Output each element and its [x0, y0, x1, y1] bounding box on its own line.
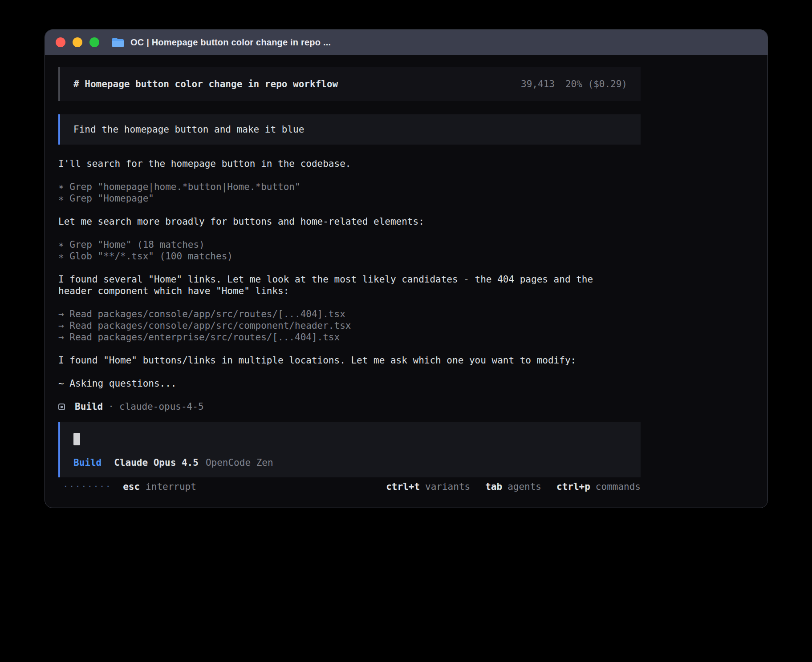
token-count: 39,413 — [521, 78, 555, 90]
tool-call-text: Glob "**/*.tsx" (100 matches) — [69, 251, 233, 262]
terminal-content: # Homepage button color change in repo w… — [45, 55, 767, 492]
tool-call-grep: ∗Grep "Homepage" — [58, 193, 641, 204]
agents-label: agents — [508, 481, 541, 492]
provider-name: OpenCode Zen — [206, 457, 273, 468]
build-agent-icon — [58, 404, 65, 410]
tool-call-glob: ∗Glob "**/*.tsx" (100 matches) — [58, 250, 641, 262]
grep-bullet-icon: ∗ — [58, 239, 69, 250]
shortcut-hints: ctrl+t variants tab agents ctrl+p comman… — [386, 481, 641, 492]
session-title: # Homepage button color change in repo w… — [73, 78, 338, 90]
tool-call-group: ∗Grep "Home" (18 matches) ∗Glob "**/*.ts… — [58, 239, 641, 262]
tool-call-text: Read packages/enterprise/src/routes/[...… — [69, 332, 340, 343]
window-controls — [56, 37, 99, 47]
tool-call-text: Grep "Home" (18 matches) — [69, 239, 204, 250]
interrupt-shortcut[interactable]: esc interrupt — [123, 481, 196, 492]
assistant-response: I'll search for the homepage button in t… — [58, 158, 641, 412]
ctrl-t-key-label: ctrl+t — [386, 481, 420, 492]
variants-label: variants — [425, 481, 470, 492]
esc-key-label: esc — [123, 481, 140, 492]
context-usage: 20% ($0.29) — [565, 78, 627, 90]
glob-bullet-icon: ∗ — [58, 250, 69, 262]
tool-call-group: →Read packages/console/app/src/routes/[.… — [58, 308, 641, 343]
asking-questions-status: ~ Asking questions... — [58, 378, 641, 389]
close-window-button[interactable] — [56, 37, 65, 47]
tool-call-text: Read packages/console/app/src/component/… — [69, 320, 351, 331]
assistant-paragraph: I found several "Home" links. Let me loo… — [58, 274, 606, 297]
tool-call-read: →Read packages/console/app/src/routes/[.… — [58, 308, 641, 320]
agent-name: Build — [75, 401, 103, 412]
interrupt-label: interrupt — [146, 481, 196, 492]
agent-mode-label[interactable]: Build — [73, 457, 102, 468]
window-titlebar[interactable]: OC | Homepage button color change in rep… — [45, 30, 767, 55]
tool-call-text: Read packages/console/app/src/routes/[..… — [69, 309, 345, 319]
folder-icon — [112, 37, 124, 48]
tool-call-read: →Read packages/console/app/src/component… — [58, 320, 641, 331]
user-message: Find the homepage button and make it blu… — [58, 114, 641, 145]
model-info-line: Build Claude Opus 4.5 OpenCode Zen — [73, 457, 627, 468]
tool-call-text: Grep "Homepage" — [69, 193, 154, 204]
grep-bullet-icon: ∗ — [58, 193, 69, 204]
tab-key-label: tab — [485, 481, 502, 492]
tool-call-read: →Read packages/enterprise/src/routes/[..… — [58, 331, 641, 343]
window-title: OC | Homepage button color change in rep… — [130, 37, 331, 48]
terminal-window: OC | Homepage button color change in rep… — [45, 29, 768, 508]
assistant-paragraph: I found "Home" buttons/links in multiple… — [58, 355, 606, 366]
minimize-window-button[interactable] — [73, 37, 82, 47]
assistant-paragraph: Let me search more broadly for buttons a… — [58, 216, 606, 227]
assistant-paragraph: I'll search for the homepage button in t… — [58, 158, 606, 170]
variants-shortcut[interactable]: ctrl+t variants — [386, 481, 470, 492]
user-message-text: Find the homepage button and make it blu… — [73, 124, 304, 135]
window-title-group: OC | Homepage button color change in rep… — [112, 37, 331, 48]
status-bar: ········ esc interrupt ctrl+t variants t… — [58, 481, 641, 492]
session-header: # Homepage button color change in repo w… — [58, 67, 641, 101]
commands-shortcut[interactable]: ctrl+p commands — [556, 481, 641, 492]
separator-dot: · — [108, 401, 114, 412]
session-stats: 39,413 20% ($0.29) — [521, 78, 627, 90]
zoom-window-button[interactable] — [89, 37, 99, 47]
read-arrow-icon: → — [58, 308, 69, 320]
model-name: Claude Opus 4.5 — [114, 457, 199, 468]
tool-call-text: Grep "homepage|home.*button|Home.*button… — [69, 182, 300, 192]
tool-call-grep: ∗Grep "homepage|home.*button|Home.*butto… — [58, 181, 641, 193]
tool-call-grep: ∗Grep "Home" (18 matches) — [58, 239, 641, 250]
tool-call-group: ∗Grep "homepage|home.*button|Home.*butto… — [58, 181, 641, 204]
text-cursor — [73, 433, 80, 445]
grep-bullet-icon: ∗ — [58, 181, 69, 193]
agents-shortcut[interactable]: tab agents — [485, 481, 541, 492]
read-arrow-icon: → — [58, 331, 69, 343]
commands-label: commands — [596, 481, 641, 492]
agent-model: claude-opus-4-5 — [119, 401, 204, 412]
prompt-input[interactable]: Build Claude Opus 4.5 OpenCode Zen — [58, 422, 641, 477]
ctrl-p-key-label: ctrl+p — [556, 481, 590, 492]
spinner-dots-icon: ········ — [63, 481, 111, 492]
read-arrow-icon: → — [58, 320, 69, 331]
agent-status-line: Build · claude-opus-4-5 — [58, 401, 641, 412]
